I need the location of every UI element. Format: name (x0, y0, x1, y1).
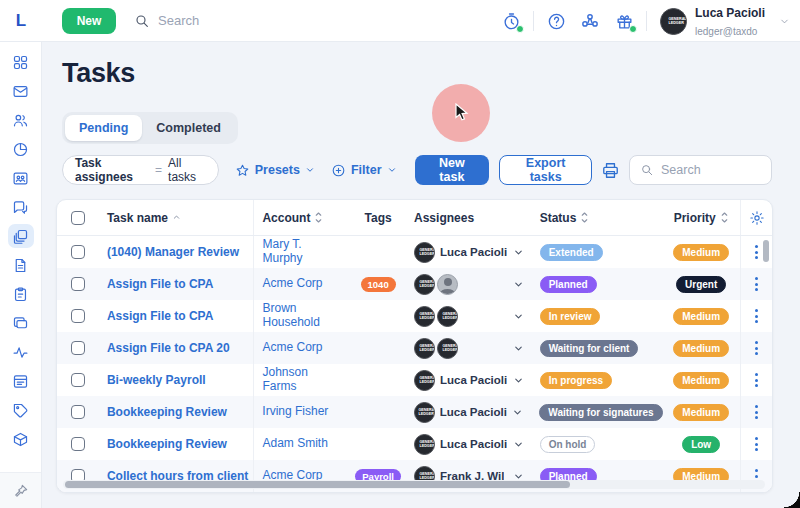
column-header-account[interactable]: Account (254, 211, 350, 225)
sidebar-item-insights[interactable] (8, 137, 34, 161)
chevron-down-icon[interactable] (779, 16, 790, 27)
app-logo[interactable]: L (0, 11, 42, 31)
chevron-down-icon[interactable] (513, 279, 524, 290)
priority-badge[interactable]: Low (682, 436, 720, 453)
row-checkbox[interactable] (71, 437, 85, 451)
community-icon[interactable] (579, 10, 601, 32)
task-link[interactable]: (1040) Manager Review (107, 245, 239, 259)
sidebar-item-tags[interactable] (8, 398, 34, 422)
global-search[interactable] (134, 13, 338, 29)
priority-badge[interactable]: Medium (673, 244, 729, 261)
column-header-priority[interactable]: Priority (662, 211, 740, 225)
print-icon[interactable] (601, 161, 620, 180)
account-link[interactable]: Acme Corp (262, 277, 322, 291)
account-link[interactable]: Adam Smith (262, 437, 327, 451)
horizontal-scrollbar-thumb[interactable] (65, 481, 570, 488)
sidebar-item-billing[interactable] (8, 369, 34, 393)
search-icon (640, 163, 654, 177)
chevron-down-icon[interactable] (513, 439, 524, 450)
gifts-icon[interactable] (613, 10, 635, 32)
ledger-badge-avatar: GENERAL LEDGER (437, 338, 458, 359)
sidebar-item-clients[interactable] (8, 108, 34, 132)
export-tasks-button[interactable]: Export tasks (499, 155, 592, 185)
row-checkbox[interactable] (71, 245, 85, 259)
filter-button[interactable]: Filter (331, 163, 397, 178)
status-badge[interactable]: In progress (540, 372, 612, 389)
row-menu-icon[interactable] (752, 433, 761, 456)
sidebar-item-team[interactable] (8, 166, 34, 190)
column-header-tags[interactable]: Tags (350, 211, 406, 225)
row-checkbox[interactable] (71, 309, 85, 323)
timer-icon[interactable] (500, 10, 522, 32)
row-checkbox[interactable] (71, 405, 85, 419)
status-badge[interactable]: On hold (540, 436, 596, 453)
row-checkbox[interactable] (71, 341, 85, 355)
sidebar-item-chats[interactable] (8, 195, 34, 219)
task-link[interactable]: Assign File to CPA (107, 277, 213, 291)
tab-pending[interactable]: Pending (65, 115, 142, 141)
row-menu-icon[interactable] (752, 273, 761, 296)
chevron-down-icon[interactable] (513, 247, 524, 258)
sidebar-item-archive[interactable] (8, 427, 34, 451)
new-button[interactable]: New (62, 8, 116, 34)
task-link[interactable]: Bi-weekly Payroll (107, 373, 206, 387)
row-checkbox[interactable] (71, 373, 85, 387)
priority-badge[interactable]: Medium (673, 340, 729, 357)
task-link[interactable]: Bookkeeping Review (107, 405, 227, 419)
chevron-down-icon[interactable] (513, 311, 524, 322)
sidebar-item-organizers[interactable] (8, 282, 34, 306)
table-settings-gear-icon[interactable] (749, 210, 765, 226)
row-menu-icon[interactable] (752, 241, 761, 264)
select-all-checkbox[interactable] (71, 211, 85, 225)
row-menu-icon[interactable] (752, 369, 761, 392)
task-link[interactable]: Assign File to CPA 20 (107, 341, 230, 355)
row-menu-icon[interactable] (752, 337, 761, 360)
chevron-down-icon[interactable] (513, 375, 524, 386)
row-menu-icon[interactable] (752, 305, 761, 328)
topbar: L New GENERAL LEDGER Luca Pacioli ledger… (0, 0, 800, 42)
table-search-input[interactable] (661, 163, 761, 177)
horizontal-scrollbar[interactable] (63, 480, 765, 489)
row-checkbox[interactable] (71, 277, 85, 291)
chevron-down-icon[interactable] (512, 407, 523, 418)
column-header-assignees[interactable]: Assignees (406, 211, 532, 225)
task-link[interactable]: Bookkeeping Review (107, 437, 227, 451)
presets-button[interactable]: Presets (235, 163, 315, 178)
global-search-input[interactable] (158, 13, 338, 28)
status-badge[interactable]: Waiting for client (540, 340, 639, 357)
sidebar-pin[interactable] (0, 472, 41, 508)
filter-chip-task-assignees[interactable]: Task assignees = All tasks (62, 155, 219, 185)
account-link[interactable]: Mary T. Murphy (262, 238, 342, 266)
sidebar-item-activity[interactable] (8, 340, 34, 364)
account-link[interactable]: Brown Household (262, 302, 342, 330)
status-badge[interactable]: In review (540, 308, 601, 325)
row-menu-icon[interactable] (752, 401, 761, 424)
vertical-scrollbar-thumb[interactable] (763, 240, 769, 262)
sidebar-item-mail[interactable] (8, 79, 34, 103)
status-badge[interactable]: Extended (540, 244, 603, 261)
user-menu[interactable]: GENERAL LEDGER Luca Pacioli ledger@taxdo (660, 3, 790, 39)
chevron-down-icon[interactable] (513, 343, 524, 354)
account-link[interactable]: Acme Corp (262, 341, 322, 355)
priority-badge[interactable]: Medium (673, 308, 729, 325)
sidebar-item-documents[interactable] (8, 253, 34, 277)
new-task-button[interactable]: New task (415, 155, 490, 185)
status-badge[interactable]: Waiting for signatures (539, 404, 662, 421)
account-link[interactable]: Irving Fisher (262, 405, 328, 419)
sidebar-item-proposals[interactable] (8, 311, 34, 335)
table-search[interactable] (629, 155, 772, 185)
sidebar-item-workflow[interactable] (8, 224, 34, 248)
sidebar-item-dashboard[interactable] (8, 50, 34, 74)
priority-badge[interactable]: Urgent (676, 276, 726, 293)
priority-badge[interactable]: Medium (673, 372, 729, 389)
sidebar (0, 42, 42, 508)
status-badge[interactable]: Planned (540, 276, 597, 293)
account-link[interactable]: Johnson Farms (262, 366, 342, 394)
help-icon[interactable] (545, 10, 567, 32)
column-header-status[interactable]: Status (532, 211, 663, 225)
priority-badge[interactable]: Medium (673, 404, 729, 421)
tab-completed[interactable]: Completed (142, 115, 235, 141)
column-header-task-name[interactable]: Task name (99, 200, 255, 235)
assignee-name: Luca Pacioli (440, 406, 507, 418)
task-link[interactable]: Assign File to CPA (107, 309, 213, 323)
